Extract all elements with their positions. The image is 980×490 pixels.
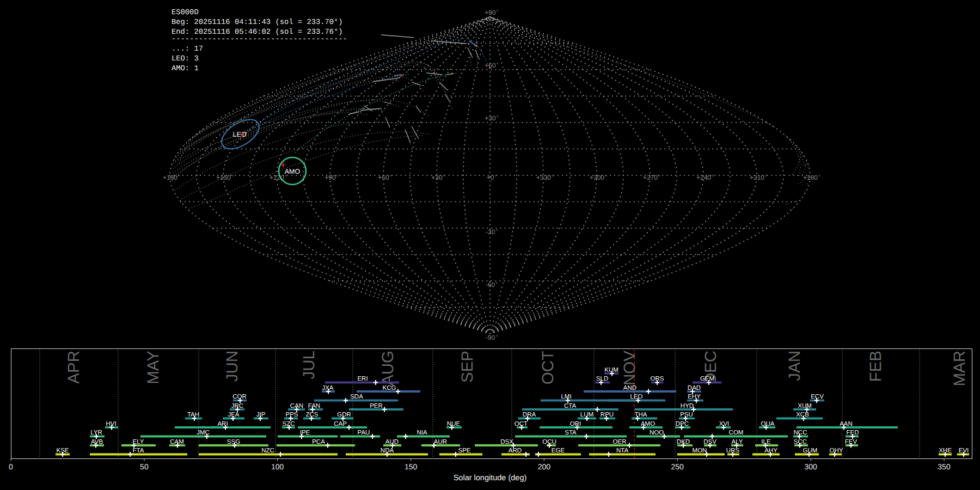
svg-text:DPC: DPC	[676, 421, 689, 427]
svg-text:350: 350	[938, 462, 951, 471]
svg-text:EHY: EHY	[688, 394, 701, 400]
svg-text:OCT: OCT	[514, 421, 528, 427]
svg-text:OCU: OCU	[542, 439, 556, 445]
svg-text:ELY: ELY	[133, 439, 144, 445]
svg-text:ORS: ORS	[651, 376, 664, 382]
svg-text:+60°: +60°	[378, 174, 391, 181]
svg-text:AUG: AUG	[379, 351, 397, 385]
svg-text:SPE: SPE	[458, 448, 470, 454]
svg-text:FED: FED	[847, 430, 859, 436]
svg-text:OCT: OCT	[539, 351, 557, 384]
svg-text:LEO: LEO	[630, 394, 642, 400]
svg-text:PAU: PAU	[358, 430, 370, 436]
svg-text:CTA: CTA	[564, 403, 576, 409]
svg-text:CAM: CAM	[170, 439, 184, 445]
svg-text:+0°: +0°	[487, 174, 497, 181]
svg-text:QUA: QUA	[761, 421, 775, 427]
svg-text:SDA: SDA	[350, 394, 363, 400]
svg-text:LEO: 3: LEO: 3	[171, 55, 199, 63]
svg-text:GEM: GEM	[700, 376, 714, 382]
svg-text:+30°: +30°	[485, 114, 498, 122]
svg-text:PSU: PSU	[680, 412, 693, 418]
svg-text:DSX: DSX	[500, 439, 513, 445]
svg-text:ES000D: ES000D	[171, 9, 199, 17]
svg-text:300: 300	[804, 462, 817, 471]
svg-text:NOO: NOO	[650, 430, 664, 436]
svg-text:+210°: +210°	[750, 174, 767, 181]
svg-text:+90°: +90°	[485, 9, 498, 16]
svg-text:KUM: KUM	[604, 367, 618, 373]
svg-text:AAN: AAN	[840, 421, 853, 427]
svg-text:JIP: JIP	[256, 412, 266, 418]
svg-text:HYD: HYD	[681, 403, 694, 409]
svg-text:AVB: AVB	[91, 439, 103, 445]
svg-text:LUM: LUM	[580, 412, 593, 418]
svg-text:+90°: +90°	[324, 174, 338, 181]
svg-text:0: 0	[9, 462, 13, 471]
svg-text:-30°: -30°	[486, 228, 498, 236]
svg-text:EVI: EVI	[959, 448, 969, 454]
svg-text:FEV: FEV	[845, 439, 857, 445]
svg-text:SCC: SCC	[794, 439, 807, 445]
svg-text:...: 17: ...: 17	[171, 45, 203, 53]
svg-text:NCC: NCC	[794, 430, 807, 436]
svg-text:DRA: DRA	[523, 412, 536, 418]
svg-text:NZC: NZC	[261, 448, 274, 454]
svg-text:+180°: +180°	[803, 174, 820, 181]
svg-text:OER: OER	[613, 439, 627, 445]
svg-text:XHE: XHE	[939, 448, 952, 454]
svg-text:MON: MON	[693, 448, 707, 454]
svg-text:DSV: DSV	[703, 439, 716, 445]
svg-text:FEB: FEB	[867, 351, 885, 382]
svg-text:AMO: AMO	[641, 421, 655, 427]
svg-text:+300°: +300°	[590, 174, 607, 181]
svg-text:KSE: KSE	[56, 448, 69, 454]
svg-text:CAP: CAP	[334, 421, 347, 427]
svg-text:KCG: KCG	[383, 385, 396, 391]
svg-text:CAN: CAN	[290, 403, 303, 409]
svg-text:XCB: XCB	[796, 412, 809, 418]
svg-text:XUM: XUM	[798, 403, 812, 409]
svg-text:Beg: 20251116 04:11:43 (sol =: Beg: 20251116 04:11:43 (sol = 233.70°)	[171, 19, 343, 27]
svg-text:GDR: GDR	[337, 412, 351, 418]
svg-text:AHY: AHY	[764, 448, 777, 454]
svg-text:AMO: AMO	[285, 168, 301, 175]
svg-text:SLD: SLD	[596, 376, 608, 382]
svg-text:+240°: +240°	[696, 174, 714, 181]
svg-text:APR: APR	[65, 351, 83, 384]
svg-text:COM: COM	[729, 430, 744, 436]
svg-text:FAN: FAN	[308, 403, 320, 409]
svg-text:NUE: NUE	[447, 421, 461, 427]
svg-text:JUN: JUN	[223, 351, 241, 382]
svg-text:ERI: ERI	[357, 376, 367, 382]
svg-text:ILE: ILE	[761, 439, 771, 445]
svg-text:RPU: RPU	[601, 412, 614, 418]
svg-text:MAY: MAY	[144, 351, 162, 384]
svg-text:STA: STA	[565, 430, 577, 436]
svg-text:PPS: PPS	[285, 412, 298, 418]
svg-text:EGE: EGE	[552, 448, 565, 454]
svg-text:OHY: OHY	[830, 448, 843, 454]
svg-text:150: 150	[405, 462, 418, 471]
svg-text:------------------------------: ---------------------------------------	[171, 35, 347, 44]
svg-text:SSG: SSG	[227, 439, 240, 445]
svg-text:250: 250	[671, 462, 684, 471]
svg-text:PER: PER	[370, 403, 383, 409]
svg-text:GUM: GUM	[803, 448, 818, 454]
svg-text:XVI: XVI	[719, 421, 730, 427]
svg-text:SZC: SZC	[283, 421, 295, 427]
svg-text:MAR: MAR	[951, 351, 969, 387]
svg-text:LMI: LMI	[561, 394, 571, 400]
svg-text:100: 100	[271, 462, 284, 471]
svg-text:Solar longitude (deg): Solar longitude (deg)	[454, 474, 527, 482]
svg-text:JRC: JRC	[231, 403, 243, 409]
svg-text:JUL: JUL	[300, 351, 318, 379]
svg-text:ARI: ARI	[217, 421, 228, 427]
svg-text:THA: THA	[635, 412, 647, 418]
svg-text:+60°: +60°	[485, 62, 498, 69]
svg-text:URS: URS	[726, 448, 740, 454]
svg-text:AUR: AUR	[434, 439, 447, 445]
svg-text:-60°: -60°	[486, 281, 498, 289]
svg-text:200: 200	[538, 462, 551, 471]
svg-text:NIA: NIA	[416, 430, 427, 436]
